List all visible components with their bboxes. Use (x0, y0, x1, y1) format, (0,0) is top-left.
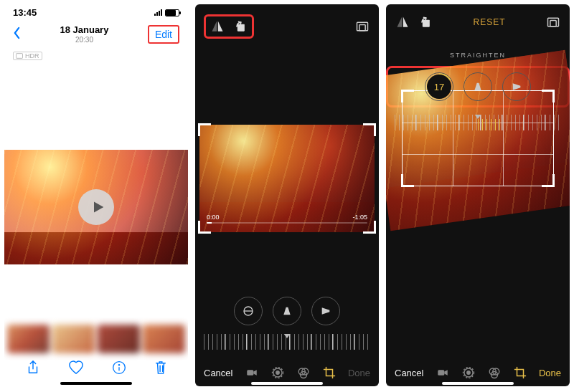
reset-button[interactable]: RESET (433, 17, 545, 27)
straighten-value: 17 (427, 75, 451, 99)
trim-times: 0:00 -1:05 (207, 214, 367, 221)
photos-viewer-screen: 13:45 18 January 20:30 Edit HDR (4, 4, 188, 386)
title-time: 20:30 (60, 36, 108, 44)
vertical-perspective-button[interactable] (273, 297, 301, 325)
share-icon[interactable] (26, 360, 40, 378)
filters-mode-icon[interactable] (488, 366, 501, 379)
editor-top-bar: RESET (386, 4, 570, 37)
bottom-toolbar (4, 357, 188, 381)
nav-bar: 18 January 20:30 Edit (4, 21, 188, 48)
crop-editor-screen: 0:00 -1:05 Cancel Done (195, 4, 379, 386)
done-button[interactable]: Done (539, 368, 561, 378)
heart-icon[interactable] (68, 360, 84, 377)
angle-ruler[interactable] (204, 334, 370, 350)
svg-point-11 (276, 371, 279, 375)
status-indicators (154, 9, 179, 16)
svg-rect-18 (550, 21, 556, 27)
aspect-ratio-icon[interactable] (354, 19, 370, 34)
mode-switcher (436, 366, 527, 379)
hdr-row: HDR (4, 48, 188, 64)
horizontal-perspective-button[interactable] (502, 72, 531, 101)
svg-rect-5 (357, 22, 368, 31)
straighten-dial-button[interactable] (234, 297, 263, 325)
aspect-ratio-icon[interactable] (545, 14, 561, 30)
horizontal-perspective-button[interactable] (311, 297, 340, 325)
crop-stage[interactable]: 0:00 -1:05 (199, 125, 375, 232)
highlight-flip-rotate (204, 14, 254, 39)
flip-horizontal-icon[interactable] (395, 14, 410, 30)
trim-start: 0:00 (207, 214, 220, 221)
home-indicator[interactable] (251, 382, 323, 385)
ruler-pointer (474, 115, 481, 119)
back-button[interactable] (13, 27, 21, 43)
adjust-circles (195, 297, 379, 325)
video-mode-icon[interactable] (436, 366, 449, 379)
title-date: 18 January (60, 25, 108, 36)
vertical-perspective-button[interactable] (464, 72, 492, 101)
edit-button[interactable]: Edit (148, 25, 179, 44)
hdr-label: HDR (25, 52, 39, 59)
crop-mode-icon[interactable] (514, 366, 527, 379)
status-time: 13:45 (13, 7, 37, 18)
crop-mode-icon[interactable] (323, 366, 336, 379)
editor-top-bar (195, 4, 379, 46)
video-preview[interactable] (4, 150, 188, 264)
crop-frame[interactable] (402, 90, 554, 186)
play-button[interactable] (78, 189, 114, 225)
title: 18 January 20:30 (60, 25, 108, 44)
home-indicator[interactable] (60, 382, 132, 385)
cancel-button[interactable]: Cancel (204, 368, 232, 378)
thumbnail-strip[interactable] (4, 325, 188, 353)
battery-icon (165, 9, 179, 16)
svg-rect-17 (548, 18, 559, 27)
mode-switcher (245, 366, 336, 379)
svg-rect-6 (359, 25, 365, 31)
signal-icon (154, 9, 162, 16)
adjust-label: STRAIGHTEN (386, 52, 570, 59)
editor-bottom-bar: Cancel Done (386, 366, 570, 379)
editor-bottom-bar: Cancel Done (195, 366, 379, 379)
straighten-editor-screen: RESET STRAIGHTEN 17 Ca (386, 4, 570, 386)
hdr-badge: HDR (13, 52, 42, 60)
straighten-value-button[interactable]: 17 (425, 72, 453, 101)
trash-icon[interactable] (154, 360, 167, 378)
trim-scrubber[interactable] (207, 222, 367, 224)
svg-rect-16 (423, 20, 430, 27)
status-bar: 13:45 (4, 4, 188, 21)
video-mode-icon[interactable] (245, 366, 258, 379)
ruler-pointer (283, 334, 291, 338)
svg-point-3 (118, 365, 119, 365)
flip-horizontal-icon[interactable] (210, 19, 225, 34)
grid-overlay (403, 91, 553, 186)
svg-rect-0 (16, 54, 22, 59)
info-icon[interactable] (112, 360, 126, 377)
svg-rect-4 (237, 24, 245, 32)
rotate-icon[interactable] (232, 19, 248, 34)
svg-rect-19 (438, 370, 444, 376)
angle-ruler[interactable] (395, 115, 561, 130)
svg-point-21 (466, 371, 470, 375)
done-button[interactable]: Done (348, 368, 370, 378)
trim-end: -1:05 (352, 214, 367, 221)
svg-rect-9 (247, 370, 253, 376)
cancel-button[interactable]: Cancel (395, 368, 423, 378)
adjust-mode-icon[interactable] (462, 366, 475, 379)
ruler-fill (478, 119, 501, 130)
home-indicator[interactable] (442, 382, 514, 385)
filters-mode-icon[interactable] (297, 366, 310, 379)
adjust-mode-icon[interactable] (271, 366, 284, 379)
rotate-icon[interactable] (418, 14, 433, 30)
